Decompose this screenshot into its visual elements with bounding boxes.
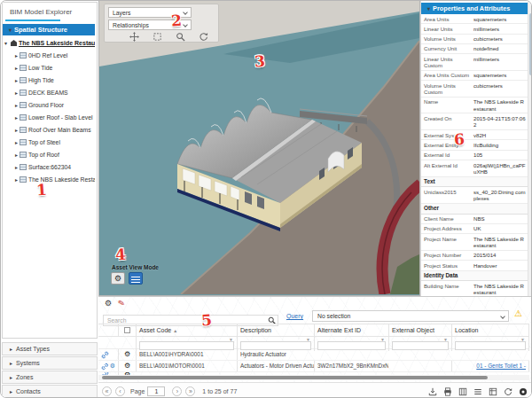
horizontal-scrollbar[interactable] — [98, 375, 529, 380]
grid-settings-icon[interactable]: ⚙ — [105, 299, 112, 308]
gear-icon[interactable]: ⚙ — [124, 362, 130, 370]
level-icon — [20, 52, 27, 59]
chevron-right-icon: ▸ — [15, 176, 18, 183]
tree-item[interactable]: ▸Roof Over Main Beams — [3, 123, 95, 136]
description-cell: Actuators - Motor Driven Actuators — [237, 361, 314, 371]
accordion-asset-types[interactable]: ▸Asset Types — [2, 342, 98, 355]
page-label: Page — [130, 388, 145, 394]
selection-dropdown[interactable]: No selection — [312, 310, 509, 322]
filter-icon[interactable]: ▼ — [306, 337, 310, 342]
last-page-button[interactable]: » — [185, 386, 195, 396]
tree-item[interactable]: ▸Low Tide — [3, 61, 95, 74]
scrollbar-thumb[interactable] — [102, 376, 488, 379]
accordion-zones[interactable]: ▸Zones — [2, 371, 98, 384]
print-icon[interactable] — [443, 387, 452, 396]
chevron-right-icon: ▸ — [15, 77, 18, 83]
system-gear-icon[interactable]: ⚙ — [110, 361, 115, 371]
property-row: External EntityIfcBuilding — [421, 140, 528, 150]
filter-alt-ext-id-input[interactable] — [317, 341, 386, 350]
query-link[interactable]: Query — [286, 313, 303, 319]
property-row: Project Number2015/014 — [421, 251, 528, 261]
property-row: Project AddressUK — [421, 224, 528, 234]
tree-item[interactable]: ▸Lower Roof - Slab Level — [3, 111, 95, 123]
settings-circle-icon[interactable] — [519, 387, 528, 396]
filter-icon[interactable]: ▼ — [520, 337, 525, 342]
columns-icon[interactable] — [458, 387, 467, 396]
chevron-right-icon: ▸ — [15, 164, 18, 170]
asset-list-button[interactable] — [129, 272, 143, 285]
chevron-down-icon: ▾ — [4, 40, 7, 46]
tab-underline — [5, 20, 60, 21]
select-all-checkbox[interactable] — [124, 327, 130, 333]
tree-item[interactable]: ▸Surface:662304 — [3, 160, 95, 173]
property-section: Text — [421, 177, 528, 188]
chevron-right-icon: ▸ — [15, 102, 18, 108]
location-cell: 01 - Gents Toilet 1 - — [451, 361, 529, 371]
tree-item[interactable]: ▸The NBS Lakeside Restaurant — [3, 173, 95, 185]
tree-item[interactable]: ▸Top of Roof — [3, 148, 95, 160]
table-row[interactable]: ⚙ BELL\A001\HYDRA\0001 Hydraulic Actuato… — [98, 349, 529, 361]
refresh-icon[interactable] — [504, 387, 512, 396]
property-row: Area Unitssquaremeters — [421, 14, 528, 24]
building-icon — [11, 40, 17, 46]
explorer-title: BIM Model Explorer — [3, 3, 97, 16]
edit-icon[interactable]: ✎ — [117, 298, 126, 308]
pivot-table-icon[interactable] — [489, 387, 497, 396]
record-range-label: 1 to 25 of 77 — [202, 388, 237, 394]
sort-asc-icon: ▲ — [173, 328, 177, 333]
properties-list: Area Unitssquaremeters Linear Unitsmilli… — [421, 14, 528, 297]
selection-box-icon[interactable] — [153, 32, 162, 42]
property-row: Linear Units Custommillimeters — [421, 54, 528, 71]
annotation-4: 4 — [114, 246, 126, 264]
property-row: NameThe NBS Lakeside Restaurant — [421, 98, 528, 114]
viewport-3d[interactable]: Layers Relationships Asset View Mode ⚙ — [98, 1, 420, 296]
tree-item[interactable]: ▸Ground Floor — [3, 98, 95, 111]
prev-page-button[interactable]: ‹ — [115, 386, 125, 396]
property-row: External Id105 — [421, 151, 528, 160]
table-filter-row: ▼ ▼ ▼ ▼ ▼ — [98, 337, 529, 349]
gear-icon[interactable]: ⚙ — [124, 350, 130, 358]
spatial-structure-header[interactable]: ▾Spatial Structure — [3, 24, 95, 35]
filter-icon[interactable]: ▼ — [229, 337, 233, 342]
filter-location-input[interactable] — [455, 341, 526, 350]
rotate-icon[interactable] — [199, 32, 208, 42]
filter-asset-code-input[interactable] — [139, 341, 234, 350]
annotation-6: 6 — [453, 130, 465, 149]
first-page-button[interactable]: « — [102, 386, 112, 396]
filter-icon[interactable]: ▼ — [443, 337, 448, 342]
filter-description-input[interactable] — [240, 341, 311, 350]
pagination-bar: « ‹ Page › » 1 to 25 of 77 — [98, 382, 532, 398]
tree-item[interactable]: ▸High Tide — [3, 74, 95, 86]
view-settings-button[interactable]: ⚙ — [111, 272, 125, 285]
tree-root-item[interactable]: ▾ The NBS Lakeside Restaurant — [3, 37, 95, 49]
property-section: Identity Data — [421, 271, 528, 282]
annotation-2: 2 — [170, 12, 182, 30]
chevron-right-icon: ▸ — [15, 114, 18, 121]
property-row: Client NameNBS — [421, 215, 528, 224]
tree-item[interactable]: ▸DECK BEAMS — [3, 86, 95, 98]
accordion-contacts[interactable]: ▸Contacts — [2, 385, 98, 398]
export-icon[interactable] — [428, 387, 437, 396]
asset-view-mode-label: Asset View Mode — [112, 264, 159, 270]
properties-scrollbar[interactable] — [528, 1, 532, 297]
table-row[interactable]: ⚙ ⚙ BELL\A001\MOTOR\0001 Actuators - Mot… — [98, 361, 529, 372]
accordion-systems[interactable]: ▸Systems — [2, 356, 98, 370]
tree-item[interactable]: ▸0HD Ref Level — [3, 49, 95, 61]
zoom-icon[interactable] — [176, 32, 185, 42]
next-page-button[interactable]: › — [172, 386, 182, 396]
pan-icon[interactable] — [129, 32, 139, 42]
filter-external-object-input[interactable] — [392, 341, 449, 350]
level-icon — [20, 176, 27, 183]
link-icon[interactable] — [101, 351, 109, 359]
location-link[interactable]: 01 - Gents Toilet 1 - — [455, 361, 526, 371]
chevron-right-icon: ▸ — [10, 375, 12, 380]
filter-icon[interactable]: ▼ — [380, 337, 385, 342]
page-number-input[interactable] — [147, 386, 165, 396]
level-icon — [20, 164, 27, 170]
gear-icon: ⚙ — [114, 274, 121, 283]
rows-icon[interactable] — [473, 387, 482, 396]
properties-header[interactable]: ▾Properties and Attributes — [421, 3, 528, 14]
link-icon[interactable] — [101, 363, 109, 371]
tree-item[interactable]: ▸Top of Steel — [3, 136, 95, 148]
property-row: Building NameThe NBS Lakeside Restaurant — [421, 281, 528, 297]
